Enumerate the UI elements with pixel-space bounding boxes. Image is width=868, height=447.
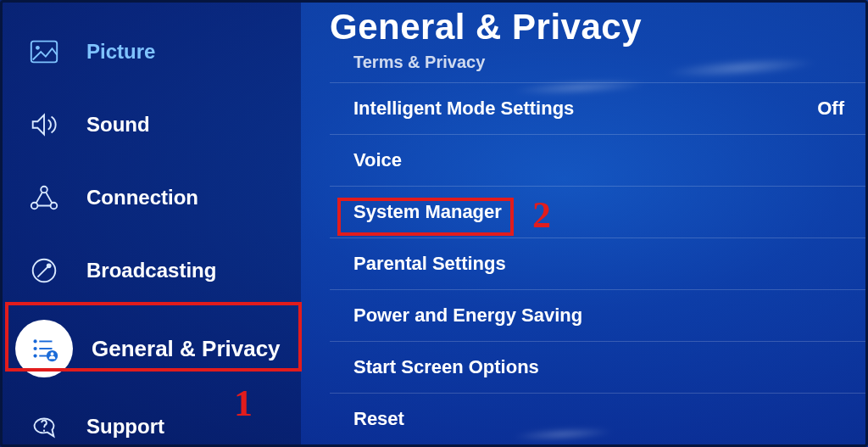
support-icon bbox=[20, 403, 68, 447]
sidebar-item-connection[interactable]: Connection bbox=[0, 161, 301, 234]
row-reset[interactable]: Reset bbox=[330, 394, 868, 444]
sidebar-item-label: Sound bbox=[86, 113, 150, 137]
connection-icon bbox=[20, 174, 68, 221]
row-label: Power and Energy Saving bbox=[353, 305, 582, 327]
sidebar-item-support[interactable]: Support bbox=[0, 390, 301, 447]
svg-point-9 bbox=[33, 347, 36, 350]
row-label: System Manager bbox=[353, 201, 502, 223]
sidebar-item-picture[interactable]: Picture bbox=[0, 15, 301, 88]
svg-rect-0 bbox=[31, 42, 57, 63]
sidebar-item-label: Picture bbox=[86, 40, 155, 64]
row-label: Terms & Privacy bbox=[353, 53, 485, 72]
row-label: Reset bbox=[353, 408, 404, 430]
picture-icon bbox=[20, 28, 68, 75]
settings-app: Picture Sound Connection bbox=[0, 0, 868, 447]
row-voice[interactable]: Voice bbox=[330, 135, 868, 187]
sidebar-item-label: Broadcasting bbox=[86, 259, 216, 282]
sidebar-item-general-privacy[interactable]: General & Privacy bbox=[0, 307, 301, 390]
settings-detail-panel: General & Privacy Terms & Privacy Intell… bbox=[301, 0, 868, 447]
row-label: Intelligent Mode Settings bbox=[353, 98, 574, 120]
settings-sidebar: Picture Sound Connection bbox=[0, 0, 301, 447]
row-label: Voice bbox=[353, 149, 402, 171]
row-power-energy[interactable]: Power and Energy Saving bbox=[330, 290, 868, 342]
row-label: Parental Settings bbox=[353, 253, 506, 275]
row-start-screen[interactable]: Start Screen Options bbox=[330, 342, 868, 394]
svg-point-15 bbox=[43, 430, 45, 432]
svg-point-14 bbox=[51, 352, 54, 355]
row-label: Start Screen Options bbox=[353, 356, 539, 378]
sidebar-item-broadcasting[interactable]: Broadcasting bbox=[0, 234, 301, 307]
svg-point-11 bbox=[33, 354, 36, 357]
row-parental-settings[interactable]: Parental Settings bbox=[330, 238, 868, 290]
sidebar-item-label: Connection bbox=[86, 186, 198, 210]
settings-list: Terms & Privacy Intelligent Mode Setting… bbox=[330, 53, 868, 444]
sidebar-item-label: Support bbox=[86, 415, 164, 439]
row-terms-privacy[interactable]: Terms & Privacy bbox=[330, 53, 868, 83]
sidebar-item-sound[interactable]: Sound bbox=[0, 88, 301, 161]
page-title: General & Privacy bbox=[330, 0, 868, 51]
svg-point-7 bbox=[33, 339, 36, 343]
row-intelligent-mode[interactable]: Intelligent Mode Settings Off bbox=[330, 83, 868, 135]
sound-icon bbox=[20, 101, 68, 148]
general-privacy-icon bbox=[15, 320, 73, 377]
broadcasting-icon bbox=[20, 247, 68, 294]
svg-point-1 bbox=[36, 46, 40, 50]
row-value: Off bbox=[817, 98, 844, 120]
row-system-manager[interactable]: System Manager bbox=[330, 187, 868, 238]
sidebar-item-label: General & Privacy bbox=[92, 336, 281, 362]
svg-point-13 bbox=[47, 350, 58, 361]
